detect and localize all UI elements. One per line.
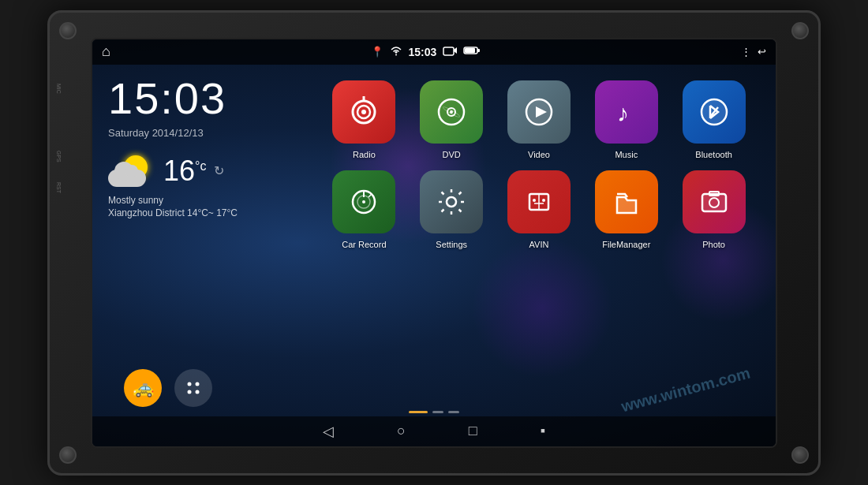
svg-rect-3 bbox=[465, 48, 475, 53]
weather-description: Mostly sunny bbox=[108, 194, 290, 207]
svg-text:♪: ♪ bbox=[617, 100, 629, 126]
app-icon-photo bbox=[683, 170, 746, 233]
page-dot-1[interactable] bbox=[432, 411, 443, 413]
app-icon-carrecord bbox=[332, 170, 395, 233]
device-frame: MIC GPS RST ⌂ 📍 bbox=[47, 10, 821, 476]
svg-point-25 bbox=[447, 197, 456, 207]
watermark: www.wintom.com bbox=[619, 364, 752, 416]
status-time: 15:03 bbox=[409, 46, 437, 58]
temperature-display: 16°c bbox=[163, 155, 206, 188]
app-label-avin: AVIN bbox=[529, 240, 549, 249]
svg-rect-0 bbox=[443, 47, 454, 55]
app-icon-video bbox=[507, 80, 571, 144]
app-icon-dvd bbox=[420, 80, 483, 144]
glow-2 bbox=[471, 237, 613, 379]
app-label-bluetooth: Bluetooth bbox=[695, 150, 731, 159]
svg-point-7 bbox=[196, 390, 200, 394]
camera-icon bbox=[443, 45, 457, 58]
svg-point-4 bbox=[188, 382, 192, 386]
page-indicator bbox=[409, 411, 459, 413]
nav-extra-icon[interactable]: ▪ bbox=[541, 423, 545, 439]
svg-point-29 bbox=[542, 199, 545, 202]
gps-label: GPS bbox=[56, 151, 62, 162]
app-label-filemanager: FileManager bbox=[602, 240, 650, 249]
app-grid: RadioDVDVideo♪MusicBluetoothCar RecordSe… bbox=[318, 73, 760, 257]
app-radio[interactable]: Radio bbox=[326, 80, 402, 159]
app-label-settings: Settings bbox=[436, 240, 467, 249]
svg-rect-31 bbox=[702, 194, 726, 211]
app-label-photo: Photo bbox=[702, 240, 725, 249]
app-photo[interactable]: Photo bbox=[675, 170, 752, 249]
left-panel: 15:03 Saturday 2014/12/13 16°c ↻ Mostly … bbox=[108, 73, 290, 435]
svg-point-6 bbox=[188, 390, 192, 394]
app-video[interactable]: Video bbox=[501, 80, 578, 159]
app-label-dvd: DVD bbox=[443, 150, 461, 159]
location-icon: 📍 bbox=[371, 46, 383, 58]
weather-location: Xiangzhou District 14°C~ 17°C bbox=[108, 207, 290, 220]
dots-icon-button[interactable] bbox=[174, 369, 212, 407]
mic-label: MIC bbox=[56, 84, 62, 94]
nav-recent-icon[interactable]: □ bbox=[469, 423, 477, 439]
weather-section: 16°c ↻ Mostly sunny Xiangzhou District 1… bbox=[108, 155, 290, 221]
status-left: ⌂ bbox=[102, 43, 110, 60]
app-icon-avin bbox=[507, 170, 571, 233]
battery-icon bbox=[463, 46, 481, 58]
screw-br bbox=[791, 446, 809, 464]
svg-rect-2 bbox=[477, 49, 480, 52]
svg-point-22 bbox=[362, 200, 365, 203]
date-display: Saturday 2014/12/13 bbox=[108, 127, 290, 139]
svg-point-28 bbox=[533, 199, 536, 202]
svg-point-5 bbox=[196, 382, 200, 386]
app-carrecord[interactable]: Car Record bbox=[326, 170, 402, 249]
page-dot-0[interactable] bbox=[409, 411, 428, 413]
svg-point-10 bbox=[361, 110, 366, 114]
app-filemanager[interactable]: FileManager bbox=[588, 170, 664, 249]
bottom-quick-icons: 🚕 bbox=[124, 369, 212, 407]
clock-display: 15:03 bbox=[108, 73, 290, 124]
nav-back-icon[interactable]: ◁ bbox=[323, 423, 334, 440]
menu-dots-icon[interactable]: ⋮ bbox=[741, 46, 751, 58]
app-icon-filemanager bbox=[595, 170, 658, 233]
status-center: 📍 15:03 bbox=[371, 45, 481, 58]
app-label-carrecord: Car Record bbox=[342, 240, 386, 249]
nav-home-icon[interactable]: ○ bbox=[397, 423, 406, 439]
app-label-video: Video bbox=[528, 150, 550, 159]
refresh-icon[interactable]: ↻ bbox=[214, 163, 224, 178]
screen-frame: ⌂ 📍 15:03 bbox=[91, 38, 777, 448]
page-dot-2[interactable] bbox=[448, 411, 459, 413]
cloud-icon bbox=[108, 170, 146, 187]
app-bluetooth[interactable]: Bluetooth bbox=[675, 80, 752, 159]
status-home-icon[interactable]: ⌂ bbox=[102, 43, 110, 60]
wifi-icon bbox=[390, 45, 402, 58]
status-right: ⋮ ↩ bbox=[741, 46, 766, 58]
app-label-music: Music bbox=[615, 150, 638, 159]
app-avin[interactable]: AVIN bbox=[501, 170, 578, 249]
app-settings[interactable]: Settings bbox=[413, 170, 490, 249]
app-icon-music: ♪ bbox=[595, 80, 658, 144]
screen-content: ⌂ 📍 15:03 bbox=[92, 39, 776, 446]
status-bar: ⌂ 📍 15:03 bbox=[92, 39, 776, 65]
screw-bl bbox=[59, 446, 77, 464]
rst-label: RST bbox=[56, 182, 62, 193]
nav-bar: ◁ ○ □ ▪ bbox=[92, 416, 776, 446]
svg-line-24 bbox=[369, 194, 372, 197]
screw-tl bbox=[59, 22, 77, 39]
app-dvd[interactable]: DVD bbox=[413, 80, 490, 159]
app-icon-bluetooth bbox=[683, 80, 746, 144]
taxi-icon-button[interactable]: 🚕 bbox=[124, 369, 162, 407]
app-icon-settings bbox=[420, 170, 483, 233]
app-label-radio: Radio bbox=[353, 150, 376, 159]
app-music[interactable]: ♪Music bbox=[588, 80, 664, 159]
back-arrow-icon[interactable]: ↩ bbox=[758, 46, 766, 58]
weather-icon bbox=[108, 155, 155, 187]
app-icon-radio bbox=[332, 80, 395, 144]
screw-tr bbox=[791, 22, 809, 39]
